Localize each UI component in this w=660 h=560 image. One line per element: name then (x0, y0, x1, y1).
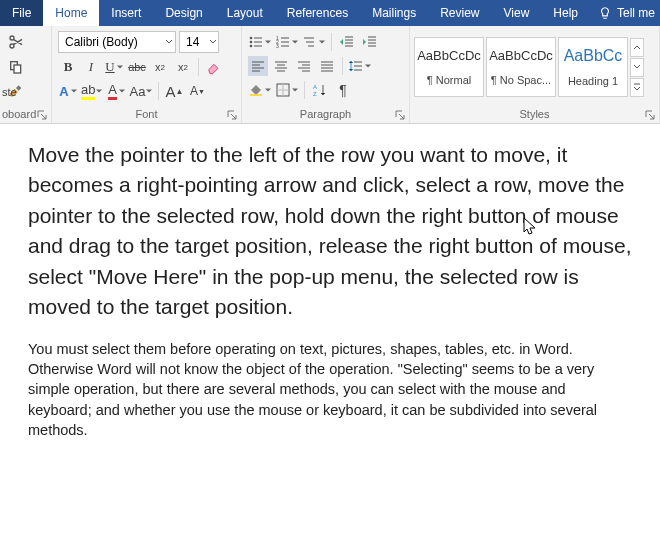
italic-button[interactable]: I (81, 57, 101, 77)
style-gallery-scroll (630, 37, 644, 97)
svg-point-2 (250, 37, 253, 40)
subscript-button[interactable]: x2 (150, 57, 170, 77)
paste-label-fragment: ste (2, 86, 17, 98)
change-case-button[interactable]: Aa (129, 81, 153, 101)
styles-scroll-down[interactable] (630, 58, 644, 77)
align-right-icon (296, 58, 312, 74)
numbering-button[interactable]: 123 (275, 32, 299, 52)
borders-button[interactable] (275, 80, 299, 100)
style-preview: AaBbCc (564, 47, 623, 65)
document-body[interactable]: Move the pointer to the left of the row … (0, 124, 660, 440)
style-name: Heading 1 (568, 75, 618, 87)
chevron-up-icon (633, 44, 641, 50)
align-center-button[interactable] (271, 56, 291, 76)
superscript-button[interactable]: x2 (173, 57, 193, 77)
scissors-icon (8, 34, 24, 50)
align-right-button[interactable] (294, 56, 314, 76)
separator (331, 33, 332, 51)
clipboard-launcher[interactable] (37, 110, 47, 120)
style-name: ¶ Normal (427, 74, 471, 86)
eraser-icon (206, 59, 222, 75)
font-launcher[interactable] (227, 110, 237, 120)
tab-file[interactable]: File (0, 0, 43, 26)
sort-icon: AZ (312, 82, 328, 98)
separator (304, 81, 305, 99)
strikethrough-button[interactable]: abc (127, 57, 147, 77)
styles-expand[interactable] (630, 78, 644, 97)
font-group-label: Font (135, 108, 157, 120)
multilevel-list-icon (302, 34, 318, 50)
svg-text:A: A (313, 84, 317, 90)
tab-help[interactable]: Help (541, 0, 590, 26)
borders-icon (275, 82, 291, 98)
line-spacing-button[interactable] (348, 56, 372, 76)
tab-references[interactable]: References (275, 0, 360, 26)
font-size-dropdown[interactable] (209, 32, 218, 52)
style-no-spacing[interactable]: AaBbCcDc ¶ No Spac... (486, 37, 556, 97)
tab-mailings[interactable]: Mailings (360, 0, 428, 26)
bullets-button[interactable] (248, 32, 272, 52)
text-effects-button[interactable]: A (58, 81, 78, 101)
dialog-launcher-icon (37, 110, 47, 120)
bullet-list-icon (248, 34, 264, 50)
paragraph-group-label: Paragraph (300, 108, 351, 120)
styles-launcher[interactable] (645, 110, 655, 120)
svg-rect-8 (250, 94, 262, 96)
ribbon: ste oboard B I U a (0, 26, 660, 124)
tab-view[interactable]: View (492, 0, 542, 26)
paragraph-2[interactable]: You must select them before operating on… (28, 339, 632, 440)
dialog-launcher-icon (645, 110, 655, 120)
tab-insert[interactable]: Insert (99, 0, 153, 26)
separator (342, 57, 343, 75)
tab-layout[interactable]: Layout (215, 0, 275, 26)
increase-indent-button[interactable] (360, 32, 380, 52)
number-list-icon: 123 (275, 34, 291, 50)
dialog-launcher-icon (227, 110, 237, 120)
font-size-combo[interactable] (179, 31, 219, 53)
multilevel-list-button[interactable] (302, 32, 326, 52)
justify-icon (319, 58, 335, 74)
chevron-down-icon (633, 64, 641, 70)
line-spacing-icon (348, 58, 364, 74)
decrease-indent-button[interactable] (337, 32, 357, 52)
style-heading-1[interactable]: AaBbCc Heading 1 (558, 37, 628, 97)
shrink-font-button[interactable]: A▼ (187, 81, 207, 101)
styles-scroll-up[interactable] (630, 38, 644, 57)
tell-me-search[interactable]: Tell me (590, 0, 660, 26)
font-color-button[interactable]: A (106, 81, 126, 101)
font-size-input[interactable] (180, 32, 209, 52)
cut-button[interactable] (6, 32, 26, 52)
style-normal[interactable]: AaBbCcDc ¶ Normal (414, 37, 484, 97)
svg-text:3: 3 (276, 43, 279, 49)
copy-button[interactable] (6, 57, 26, 77)
sort-button[interactable]: AZ (310, 80, 330, 100)
font-name-dropdown[interactable] (163, 32, 175, 52)
tab-home[interactable]: Home (43, 0, 99, 26)
dialog-launcher-icon (395, 110, 405, 120)
clipboard-group-label: oboard (2, 108, 36, 120)
outdent-icon (339, 34, 355, 50)
highlight-button[interactable]: ab (81, 81, 103, 101)
expand-gallery-icon (633, 83, 641, 91)
paragraph-1[interactable]: Move the pointer to the left of the row … (28, 140, 632, 323)
justify-button[interactable] (317, 56, 337, 76)
svg-rect-1 (14, 65, 21, 73)
group-font: B I U abc x2 x2 A ab A Aa A▲ A▼ (52, 26, 242, 123)
style-name: ¶ No Spac... (491, 74, 551, 86)
shading-button[interactable] (248, 80, 272, 100)
paragraph-launcher[interactable] (395, 110, 405, 120)
clear-formatting-button[interactable] (204, 57, 224, 77)
tab-review[interactable]: Review (428, 0, 491, 26)
font-name-input[interactable] (59, 32, 163, 52)
svg-point-3 (250, 41, 253, 44)
copy-icon (8, 59, 24, 75)
tab-design[interactable]: Design (153, 0, 214, 26)
chevron-down-icon (209, 38, 217, 46)
font-name-combo[interactable] (58, 31, 176, 53)
svg-text:Z: Z (313, 91, 317, 97)
show-marks-button[interactable]: ¶ (333, 80, 353, 100)
underline-button[interactable]: U (104, 57, 124, 77)
bold-button[interactable]: B (58, 57, 78, 77)
align-left-button[interactable] (248, 56, 268, 76)
grow-font-button[interactable]: A▲ (164, 81, 184, 101)
